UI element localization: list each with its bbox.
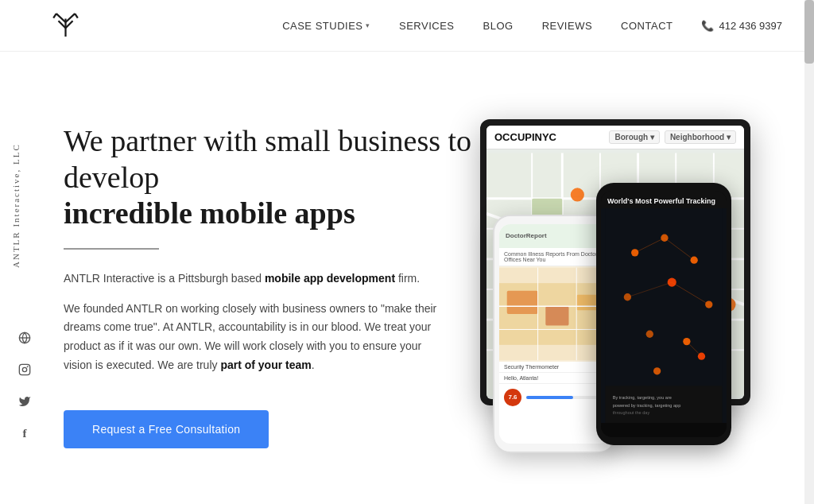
phone-white-screen: DoctorReport Common Illness Reports From…: [499, 224, 610, 444]
case-studies-dropdown-arrow: ▾: [366, 21, 370, 29]
neighborhood-control[interactable]: Neighborhood ▾: [665, 130, 736, 144]
device-mockups: OCCUPINYC Borough ▾ Neighborhood ▾: [509, 119, 766, 453]
svg-line-1: [56, 14, 66, 22]
phone-white-row1: Security Thermometer: [499, 362, 610, 373]
instagram-icon[interactable]: [17, 362, 32, 377]
borough-control[interactable]: Borough ▾: [609, 130, 659, 144]
main-content: We partner with small business to develo…: [0, 52, 814, 504]
phone-white-map: [499, 266, 610, 362]
twitter-icon[interactable]: [17, 394, 32, 409]
phone-white-app-name: DoctorReport: [506, 232, 547, 239]
hero-content: We partner with small business to develo…: [64, 123, 493, 448]
nav-services[interactable]: SERVICES: [385, 20, 469, 32]
svg-point-70: [27, 366, 28, 367]
cta-button[interactable]: Request a Free Consultation: [64, 410, 269, 448]
website-icon[interactable]: [17, 331, 32, 345]
facebook-icon[interactable]: f: [17, 426, 32, 440]
phone-number[interactable]: 📞 412 436 9397: [687, 20, 782, 32]
svg-text:throughout the day: throughout the day: [613, 409, 650, 414]
svg-point-53: [646, 330, 653, 337]
social-icons: f: [17, 331, 32, 440]
logo-icon: [48, 8, 83, 44]
body-paragraph-1: ANTLR Interactive is a Pittsburgh based …: [64, 269, 445, 289]
logo[interactable]: [48, 8, 83, 44]
nav-case-studies[interactable]: CASE STUDIES ▾: [268, 20, 385, 32]
phone-white-score-row: 7.6: [499, 384, 610, 411]
phone-black-screen: World's Most Powerful Tracking: [601, 191, 727, 437]
headline-divider: [64, 248, 159, 250]
svg-text:By tracking, targeting, you ar: By tracking, targeting, you are: [613, 395, 672, 400]
map-controls: Borough ▾ Neighborhood ▾: [609, 130, 736, 144]
headline: We partner with small business to develo…: [64, 123, 493, 232]
svg-point-50: [624, 293, 631, 300]
svg-rect-39: [507, 290, 538, 313]
svg-text:powered by tracking, targeting: powered by tracking, targeting app: [613, 402, 681, 407]
tablet-app-header: OCCUPINYC Borough ▾ Neighborhood ▾: [486, 126, 744, 149]
svg-point-69: [22, 367, 26, 371]
phone-score-badge: 7.6: [504, 389, 521, 406]
nav-blog[interactable]: BLOG: [469, 20, 528, 32]
svg-line-6: [75, 14, 78, 17]
body-paragraph-2: We founded ANTLR on working closely with…: [64, 300, 445, 375]
tablet-app-name: OCCUPINYC: [494, 131, 556, 143]
nav-contact[interactable]: CONTACT: [607, 20, 687, 32]
main-nav: CASE STUDIES ▾ SERVICES BLOG REVIEWS CON…: [268, 20, 782, 32]
svg-rect-40: [545, 306, 568, 325]
phone-icon: 📞: [701, 20, 714, 32]
svg-point-23: [571, 188, 584, 201]
phone-black-header: World's Most Powerful Tracking: [601, 191, 727, 208]
nav-reviews[interactable]: REVIEWS: [528, 20, 607, 32]
svg-point-55: [653, 367, 661, 374]
svg-line-2: [66, 14, 76, 22]
phone-white-header: DoctorReport: [499, 224, 610, 248]
svg-line-5: [53, 14, 56, 17]
header: CASE STUDIES ▾ SERVICES BLOG REVIEWS CON…: [0, 0, 814, 52]
svg-rect-68: [19, 364, 29, 374]
phone-black-mockup: World's Most Powerful Tracking: [596, 183, 731, 445]
phone-white-row2: Hello, Atlanta!: [499, 373, 610, 384]
phone-black-content: By tracking, targeting, you are powered …: [601, 208, 727, 423]
phone-black-title: World's Most Powerful Tracking: [607, 197, 715, 205]
phone-white-subtitle: Common Illness Reports From Doctors Offi…: [499, 248, 610, 266]
